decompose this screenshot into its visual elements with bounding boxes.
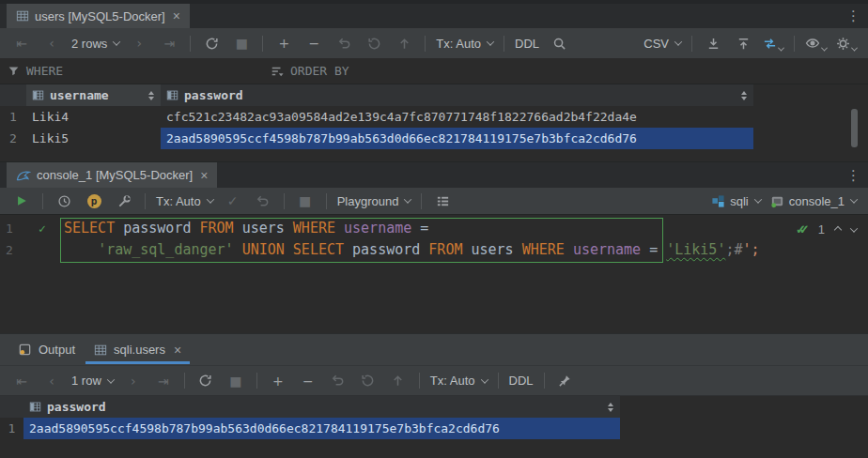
export-data-icon[interactable] [729, 32, 757, 54]
row-number: 2 [0, 128, 26, 149]
column-icon [32, 89, 44, 101]
ddl-button[interactable]: DDL [505, 370, 537, 392]
users-grid-body: 1Liki4cfc521c23482ac93a09584ad2e139c4a7f… [0, 106, 868, 149]
cell-username[interactable]: Liki4 [26, 106, 161, 128]
sql-editor[interactable]: 1✓SELECT password FROM users WHERE usern… [0, 214, 868, 334]
tab-users-grid[interactable]: users [MySQL5-Docker] × [7, 4, 190, 28]
history-clock-icon[interactable] [50, 190, 78, 212]
column-header-password[interactable]: password [23, 396, 620, 418]
results-grid-body: 12aad5890595ccf4598b787b99ab563d0d66ec82… [0, 418, 868, 439]
reload-icon[interactable] [197, 32, 225, 54]
editor-tab-bar: users [MySQL5-Docker] × ⋮ [0, 0, 868, 28]
kebab-menu-icon[interactable]: ⋮ [846, 8, 860, 24]
close-icon[interactable]: × [173, 8, 180, 23]
fold-marker[interactable] [53, 218, 64, 239]
tx-mode-dropdown[interactable]: Tx: Auto [426, 370, 491, 392]
ddl-button[interactable]: DDL [511, 32, 543, 54]
add-row-button[interactable]: + [264, 370, 292, 392]
tx-mode-dropdown[interactable]: Tx: Auto [152, 190, 217, 212]
users-grid-panel: WHERE ORDER BY username password 1Liki4c… [0, 58, 868, 161]
last-page-button[interactable]: ⇥ [149, 370, 178, 392]
settings-gear-icon[interactable] [832, 32, 860, 54]
parameters-icon[interactable]: p [80, 190, 108, 212]
schema-icon [711, 194, 725, 208]
session-selector-dropdown[interactable]: console_1 [767, 190, 860, 212]
results-tab-bar: Output sqli.users × [0, 334, 868, 365]
compare-icon[interactable] [759, 32, 787, 54]
statement-success-icon: ✓ [30, 218, 53, 239]
refresh-alt-icon[interactable] [360, 32, 388, 54]
table-row[interactable]: 1Liki4cfc521c23482ac93a09584ad2e139c4a7f… [0, 106, 868, 128]
sql-code-line[interactable]: 'raw_sql_danger' UNION SELECT password F… [64, 239, 760, 261]
previous-page-button[interactable]: ‹ [38, 32, 66, 54]
refresh-alt-icon[interactable] [354, 370, 382, 392]
where-filter-input[interactable]: WHERE [0, 58, 70, 84]
column-header-username[interactable]: username [26, 84, 161, 106]
order-by-input[interactable]: ORDER BY [263, 58, 357, 84]
table-row[interactable]: 12aad5890595ccf4598b787b99ab563d0d66ec82… [0, 418, 868, 439]
delete-row-button[interactable]: − [294, 370, 322, 392]
cell-username[interactable]: Liki5 [26, 128, 161, 149]
submit-icon[interactable] [390, 32, 418, 54]
schema-selector-dropdown[interactable]: sqli [707, 190, 765, 212]
tab-output[interactable]: Output [9, 334, 84, 365]
next-page-button[interactable]: › [119, 370, 147, 392]
stop-icon[interactable]: ■ [291, 190, 319, 212]
first-page-button[interactable]: ⇤ [8, 32, 36, 54]
tab-console[interactable]: console_1 [MySQL5-Docker] × [7, 162, 217, 188]
wrench-settings-icon[interactable] [110, 190, 138, 212]
table-icon [16, 9, 29, 23]
navigate-up-icon[interactable] [834, 225, 842, 233]
run-config-icon[interactable] [428, 190, 457, 212]
where-label: WHERE [26, 64, 63, 78]
import-data-icon[interactable] [699, 32, 727, 54]
table-row[interactable]: 2Liki52aad5890595ccf4598b787b99ab563d0d6… [0, 128, 868, 149]
row-number: 1 [0, 106, 26, 128]
fold-marker[interactable] [53, 239, 64, 261]
first-page-button[interactable]: ⇤ [8, 370, 36, 392]
add-row-button[interactable]: + [270, 32, 298, 54]
column-icon [166, 89, 178, 101]
previous-page-button[interactable]: ‹ [38, 370, 66, 392]
close-icon[interactable]: × [174, 343, 181, 358]
success-double-check-icon: ✓✓ [796, 222, 810, 237]
stop-icon[interactable]: ■ [227, 32, 256, 54]
reload-icon[interactable] [192, 370, 220, 392]
run-button[interactable] [8, 190, 36, 212]
submit-icon[interactable] [384, 370, 412, 392]
view-options-icon[interactable] [801, 32, 830, 54]
rollback-icon[interactable] [249, 190, 277, 212]
sql-code-line[interactable]: SELECT password FROM users WHERE usernam… [64, 218, 428, 239]
sort-icon[interactable] [148, 91, 154, 100]
tx-mode-dropdown[interactable]: Tx: Auto [432, 32, 497, 54]
column-icon [29, 401, 41, 413]
column-header-password[interactable]: password [161, 84, 753, 106]
console-tab-bar: console_1 [MySQL5-Docker] × ⋮ [0, 161, 868, 188]
sort-icon[interactable] [741, 91, 747, 100]
row-number: 1 [0, 418, 23, 439]
tab-sqli-users[interactable]: sqli.users × [85, 334, 190, 365]
stop-icon[interactable]: ■ [222, 370, 250, 392]
search-icon[interactable] [545, 32, 573, 54]
next-page-button[interactable]: › [125, 32, 153, 54]
cell-password[interactable]: 2aad5890595ccf4598b787b99ab563d0d66ec821… [161, 128, 753, 149]
kebab-menu-icon[interactable]: ⋮ [846, 167, 860, 184]
navigate-down-icon[interactable] [850, 224, 858, 232]
sort-icon[interactable] [608, 403, 613, 412]
revert-icon[interactable] [330, 32, 358, 54]
pin-tab-icon[interactable] [551, 370, 580, 392]
console-toolbar: p Tx: Auto ✓ ■ Playground sqli console_1 [0, 188, 868, 214]
cell-password[interactable]: 2aad5890595ccf4598b787b99ab563d0d66ec821… [23, 418, 620, 439]
revert-icon[interactable] [324, 370, 352, 392]
vertical-scrollbar[interactable] [851, 109, 858, 147]
page-size-dropdown[interactable]: 2 rows [68, 32, 123, 54]
delete-row-button[interactable]: − [300, 32, 328, 54]
statement-result-widget: ✓✓ 1 [796, 222, 857, 237]
close-icon[interactable]: × [200, 168, 208, 183]
last-page-button[interactable]: ⇥ [155, 32, 183, 54]
playground-mode-dropdown[interactable]: Playground [333, 190, 415, 212]
commit-check-icon[interactable]: ✓ [219, 190, 247, 212]
page-size-dropdown[interactable]: 1 row [68, 370, 117, 392]
export-format-dropdown[interactable]: CSV [640, 32, 685, 54]
cell-password[interactable]: cfc521c23482ac93a09584ad2e139c4a7fc87077… [161, 106, 753, 128]
